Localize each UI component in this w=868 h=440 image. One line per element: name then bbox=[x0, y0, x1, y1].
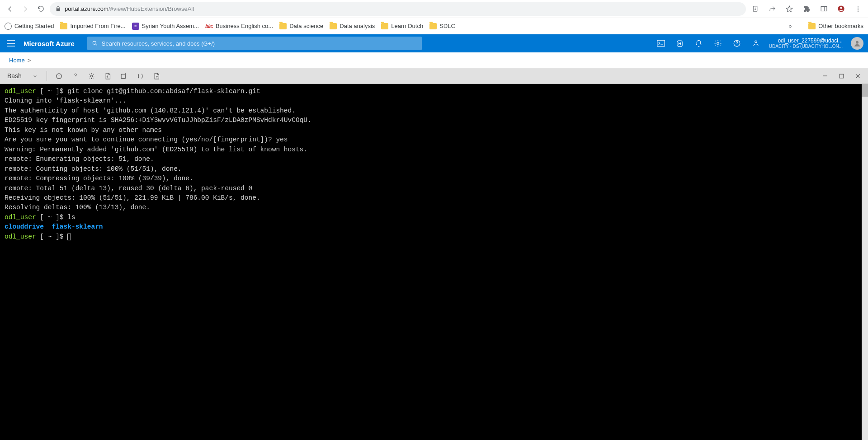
upload-download-button[interactable] bbox=[100, 70, 116, 82]
avatar[interactable] bbox=[851, 37, 863, 50]
feedback-icon[interactable] bbox=[746, 34, 765, 52]
svg-point-10 bbox=[755, 41, 757, 43]
star-icon[interactable] bbox=[783, 3, 796, 15]
lock-icon bbox=[55, 6, 61, 12]
shell-type-select[interactable]: Bash bbox=[3, 70, 42, 82]
breadcrumb-sep: > bbox=[28, 57, 31, 64]
folder-icon bbox=[429, 23, 437, 29]
term-user: odl_user bbox=[5, 233, 36, 240]
azure-header: Microsoft Azure odl_user_227599@udaci...… bbox=[0, 34, 868, 52]
breadcrumb: Home > bbox=[0, 52, 868, 68]
term-line: remote: Counting objects: 100% (51/51), … bbox=[5, 165, 182, 173]
extensions-icon[interactable] bbox=[800, 3, 813, 15]
address-bar[interactable]: portal.azure.com/#view/HubsExtension/Bro… bbox=[50, 2, 746, 16]
term-prompt: [ ~ ]$ bbox=[36, 233, 68, 240]
new-session-button[interactable] bbox=[117, 70, 132, 82]
maximize-button[interactable] bbox=[834, 70, 849, 82]
forward-button[interactable] bbox=[19, 3, 32, 15]
user-email: odl_user_227599@udaci... bbox=[778, 37, 843, 44]
share-icon[interactable] bbox=[766, 3, 778, 15]
search-box[interactable] bbox=[87, 37, 422, 50]
term-line: ED25519 key fingerprint is SHA256:+DiY3w… bbox=[5, 117, 311, 124]
term-dir: clouddrive bbox=[5, 223, 44, 230]
profile-icon[interactable] bbox=[835, 3, 847, 15]
term-line: This key is not known by any other names bbox=[5, 126, 162, 134]
svg-point-13 bbox=[91, 75, 93, 77]
bookmarks-overflow[interactable]: » bbox=[789, 23, 792, 29]
svg-point-8 bbox=[717, 42, 719, 45]
bookmark-syrian-youth[interactable]: ≡Syrian Youth Assem... bbox=[132, 23, 199, 30]
close-button[interactable] bbox=[850, 70, 865, 82]
term-line: remote: Compressing objects: 100% (39/39… bbox=[5, 175, 193, 182]
term-prompt: [ ~ ]$ bbox=[36, 214, 68, 221]
help-button[interactable] bbox=[68, 70, 83, 82]
term-user: odl_user bbox=[5, 88, 36, 95]
directories-icon[interactable] bbox=[670, 34, 689, 52]
svg-rect-7 bbox=[657, 40, 665, 47]
term-line: Are you sure you want to continue connec… bbox=[5, 136, 288, 143]
cloud-shell-icon[interactable] bbox=[651, 34, 670, 52]
term-cmd: ls bbox=[67, 214, 75, 221]
scrollbar[interactable] bbox=[862, 84, 868, 440]
term-dir: flask-sklearn bbox=[52, 223, 103, 230]
svg-point-6 bbox=[93, 41, 96, 44]
other-bookmarks[interactable]: Other bookmarks bbox=[808, 23, 863, 29]
folder-icon bbox=[808, 23, 816, 29]
term-line: remote: Total 51 (delta 13), reused 30 (… bbox=[5, 185, 252, 192]
search-icon bbox=[92, 40, 98, 47]
install-app-icon[interactable] bbox=[749, 3, 761, 15]
separator bbox=[47, 71, 47, 81]
term-cmd: git clone git@github.com:abdsaf/flask-sk… bbox=[67, 88, 260, 95]
folder-icon bbox=[330, 23, 337, 29]
breadcrumb-home[interactable]: Home bbox=[9, 57, 25, 64]
notifications-icon[interactable] bbox=[689, 34, 708, 52]
bookmark-data-analysis[interactable]: Data analysis bbox=[330, 23, 375, 29]
settings-button[interactable] bbox=[84, 70, 99, 82]
bookmark-sdlc[interactable]: SDLC bbox=[429, 23, 455, 29]
term-line: The authenticity of host 'github.com (14… bbox=[5, 107, 296, 114]
brand-label[interactable]: Microsoft Azure bbox=[22, 40, 83, 47]
bookmark-learn-dutch[interactable]: Learn Dutch bbox=[381, 23, 423, 29]
restart-button[interactable] bbox=[52, 70, 67, 82]
term-line: Warning: Permanently added 'github.com' … bbox=[5, 146, 307, 153]
globe-icon bbox=[5, 23, 12, 30]
web-preview-button[interactable] bbox=[149, 70, 165, 82]
user-account[interactable]: odl_user_227599@udaci... UDACITY - DS (U… bbox=[765, 37, 846, 49]
term-user: odl_user bbox=[5, 214, 36, 221]
svg-rect-0 bbox=[821, 7, 827, 11]
svg-point-5 bbox=[858, 10, 859, 11]
menu-icon[interactable] bbox=[852, 3, 864, 15]
term-line: Resolving deltas: 100% (13/13), done. bbox=[5, 204, 150, 211]
bookmark-getting-started[interactable]: Getting Started bbox=[5, 23, 54, 30]
user-tenant: UDACITY - DS (UDACITYHOL.ON... bbox=[769, 44, 843, 49]
term-line: Cloning into 'flask-sklearn'... bbox=[5, 97, 127, 104]
bookmark-business-english[interactable]: blıcBusiness English co... bbox=[205, 23, 273, 29]
term-prompt: [ ~ ]$ bbox=[36, 88, 68, 95]
editor-button[interactable] bbox=[133, 70, 148, 82]
cloud-shell-toolbar: Bash bbox=[0, 68, 868, 84]
cursor bbox=[67, 234, 71, 240]
shell-type-label: Bash bbox=[7, 72, 22, 80]
bookmark-imported[interactable]: Imported From Fire... bbox=[60, 23, 125, 29]
terminal[interactable]: odl_user [ ~ ]$ git clone git@github.com… bbox=[0, 84, 868, 440]
url-path: /#view/HubsExtension/BrowseAll bbox=[108, 5, 194, 12]
minimize-button[interactable] bbox=[817, 70, 833, 82]
svg-point-11 bbox=[856, 41, 859, 44]
browser-nav-bar: portal.azure.com/#view/HubsExtension/Bro… bbox=[0, 0, 868, 18]
reload-button[interactable] bbox=[34, 3, 47, 15]
svg-point-4 bbox=[858, 8, 859, 9]
term-line: remote: Enumerating objects: 51, done. bbox=[5, 155, 154, 163]
svg-point-3 bbox=[858, 6, 859, 7]
help-icon[interactable] bbox=[727, 34, 746, 52]
bookmark-data-science[interactable]: Data science bbox=[279, 23, 323, 29]
app-icon: ≡ bbox=[132, 23, 139, 30]
search-input[interactable] bbox=[102, 40, 417, 47]
settings-icon[interactable] bbox=[708, 34, 727, 52]
sidepanel-icon[interactable] bbox=[817, 3, 830, 15]
scroll-thumb[interactable] bbox=[862, 84, 868, 97]
folder-icon bbox=[60, 23, 67, 29]
back-button[interactable] bbox=[4, 3, 16, 15]
folder-icon bbox=[381, 23, 388, 29]
folder-icon bbox=[279, 23, 287, 29]
menu-button[interactable] bbox=[0, 34, 22, 52]
